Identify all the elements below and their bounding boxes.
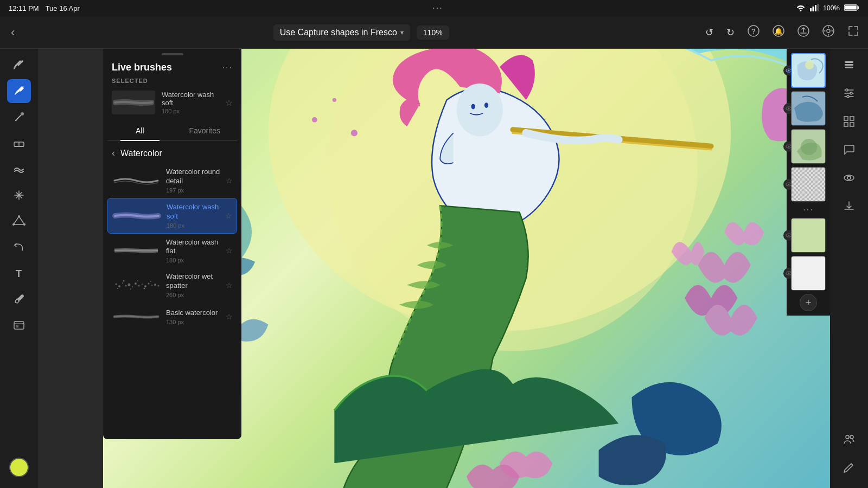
brush-item[interactable]: Watercolor round detail 197 px ☆	[107, 163, 237, 198]
vector-tool-button[interactable]	[7, 209, 31, 233]
share-button[interactable]	[795, 23, 812, 42]
redo-button[interactable]: ↻	[724, 24, 737, 41]
brush-item-star-4[interactable]: ☆	[226, 281, 233, 290]
layer-thumb-1[interactable]	[791, 53, 826, 88]
svg-rect-42	[850, 123, 854, 126]
doc-title-chevron: ▾	[400, 29, 404, 36]
tab-favorites[interactable]: Favorites	[173, 121, 238, 140]
layer-item[interactable]	[791, 129, 826, 164]
svg-point-29	[12, 223, 15, 226]
eye-button[interactable]	[837, 166, 861, 190]
layer-thumb-3[interactable]	[791, 129, 826, 164]
svg-point-89	[137, 280, 138, 281]
brush-tool-button[interactable]	[7, 53, 31, 77]
brush-item[interactable]: Watercolor wet spatter 260 px ☆	[107, 268, 237, 303]
svg-point-19	[312, 117, 317, 123]
svg-rect-32	[16, 325, 18, 328]
paint-brush-button[interactable]	[7, 79, 31, 103]
svg-rect-41	[844, 123, 848, 126]
brush-item-name-4: Watercolor wet spatter	[166, 272, 220, 291]
notifications-button[interactable]: 🔔	[770, 23, 787, 42]
svg-marker-26	[14, 216, 24, 224]
brush-item-star-2[interactable]: ☆	[225, 211, 232, 220]
svg-point-52	[788, 108, 790, 110]
svg-point-78	[135, 282, 137, 285]
svg-point-13	[827, 29, 830, 33]
svg-point-88	[130, 288, 131, 290]
color-swatch[interactable]	[9, 458, 29, 477]
brush-item-star-3[interactable]: ☆	[226, 246, 233, 255]
brush-item[interactable]: Watercolor wash flat 180 px ☆	[107, 234, 237, 268]
brush-category-back-button[interactable]: ‹	[112, 147, 115, 159]
layer-thumb-5[interactable]	[791, 218, 826, 253]
brush-item-active[interactable]: Watercolor wash soft 180 px ☆	[107, 198, 237, 234]
transform-tool-button[interactable]	[7, 183, 31, 207]
brush-item-info-5: Basic watercolor 130 px	[166, 309, 220, 325]
pencil-button[interactable]	[837, 455, 861, 479]
svg-point-55	[788, 146, 790, 147]
brush-item-size-3: 180 px	[166, 257, 220, 264]
brush-item-name-1: Watercolor round detail	[166, 168, 220, 186]
brush-item-info-4: Watercolor wet spatter 260 px	[166, 272, 220, 298]
undo-history-button[interactable]	[7, 235, 31, 259]
layers-panel: ··· +	[787, 49, 830, 316]
import-button[interactable]	[837, 194, 861, 218]
help-button[interactable]: ?	[745, 23, 762, 42]
svg-point-84	[154, 284, 156, 286]
smudge-tool-button[interactable]	[7, 105, 31, 129]
layer-item[interactable]	[791, 167, 826, 202]
status-center-dots: ···	[432, 3, 443, 13]
svg-point-80	[142, 284, 143, 285]
back-button[interactable]: ‹	[7, 23, 19, 42]
svg-rect-2	[815, 5, 816, 11]
settings-button[interactable]	[820, 23, 837, 42]
liquefy-tool-button[interactable]	[7, 157, 31, 181]
grid-button[interactable]	[837, 110, 861, 133]
layer-thumb-4[interactable]	[791, 167, 826, 202]
layer-thumb-6[interactable]	[791, 256, 826, 291]
brush-list-header: ‹ Watercolor	[103, 141, 241, 163]
panel-drag-handle[interactable]	[162, 53, 183, 55]
layer-item[interactable]	[791, 53, 826, 88]
brush-item-info-1: Watercolor round detail 197 px	[166, 168, 220, 194]
tab-all[interactable]: All	[107, 121, 173, 140]
svg-point-38	[847, 95, 849, 98]
brush-item-size-4: 260 px	[166, 292, 220, 298]
svg-point-57	[801, 139, 817, 155]
layers-button[interactable]	[837, 53, 861, 77]
reference-tool-button[interactable]	[7, 313, 31, 337]
panel-menu-button[interactable]: ···	[222, 63, 233, 73]
svg-point-72	[116, 284, 117, 285]
type-tool-button[interactable]: T	[7, 261, 31, 285]
brush-item-star-5[interactable]: ☆	[226, 312, 233, 321]
brush-panel: Live brushes ··· SELECTED Watercolor was…	[103, 49, 241, 439]
collaborators-button[interactable]	[837, 427, 861, 451]
adjustments-button[interactable]	[837, 81, 861, 105]
layer-thumb-2[interactable]	[791, 91, 826, 126]
doc-title-area[interactable]: Use Capture shapes in Fresco ▾	[273, 24, 410, 41]
svg-point-83	[151, 285, 152, 286]
eyedropper-button[interactable]	[7, 287, 31, 311]
svg-rect-31	[14, 322, 24, 329]
brush-item[interactable]: Basic watercolor 130 px ☆	[107, 303, 237, 331]
svg-point-85	[158, 285, 159, 287]
comments-button[interactable]	[837, 138, 861, 162]
add-layer-button[interactable]: +	[800, 294, 817, 311]
eraser-tool-button[interactable]	[7, 131, 31, 155]
layer-item[interactable]	[791, 91, 826, 126]
zoom-badge[interactable]: 110%	[417, 25, 449, 40]
layer-item[interactable]	[791, 218, 826, 253]
svg-point-76	[128, 284, 131, 286]
signal-icon	[810, 4, 819, 13]
selected-brush-star[interactable]: ☆	[225, 98, 233, 108]
brush-item-star-1[interactable]: ☆	[226, 176, 233, 185]
layers-more-button[interactable]: ···	[803, 205, 813, 215]
time-display: 12:11 PM	[9, 4, 39, 12]
top-toolbar: ‹ Use Capture shapes in Fresco ▾ 110% ↺ …	[0, 16, 868, 49]
layer-item[interactable]	[791, 256, 826, 291]
brush-item-size-1: 197 px	[166, 187, 220, 194]
svg-rect-5	[858, 6, 859, 9]
undo-button[interactable]: ↺	[703, 24, 716, 41]
expand-button[interactable]	[845, 23, 861, 42]
svg-point-67	[788, 235, 790, 236]
